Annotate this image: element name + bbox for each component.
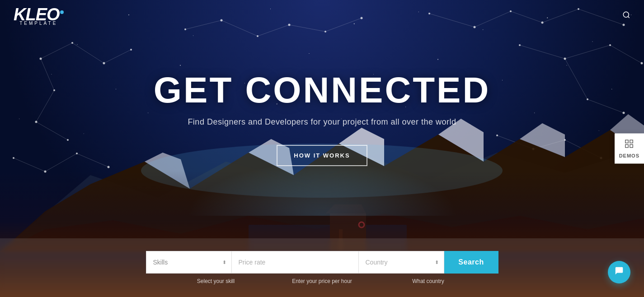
search-bar: Skills Country Search Select your skill … (0, 238, 644, 297)
svg-rect-80 (630, 144, 633, 147)
nav-search-icon[interactable] (622, 11, 630, 21)
demos-tab[interactable]: DEMOS (615, 134, 644, 164)
hero-title: GET CONNECTED (154, 72, 490, 108)
svg-rect-78 (630, 140, 633, 143)
search-labels: Select your skill Enter your price per h… (173, 278, 471, 284)
chat-button[interactable] (608, 261, 630, 283)
logo[interactable]: KLEO TEMPLATE (14, 6, 64, 26)
logo-tagline: TEMPLATE (14, 21, 64, 26)
hero-content: GET CONNECTED Find Designers and Develop… (0, 0, 644, 238)
how-it-works-button[interactable]: HOW IT WORKS (277, 145, 367, 166)
chat-icon (614, 266, 624, 278)
hero-subtitle: Find Designers and Developers for your p… (188, 117, 456, 127)
country-label: What country (385, 278, 471, 284)
skills-select[interactable]: Skills (146, 251, 232, 274)
skills-wrapper: Skills (146, 251, 232, 274)
skill-label: Select your skill (173, 278, 259, 284)
price-label: Enter your price per hour (259, 278, 385, 284)
country-select[interactable]: Country (358, 251, 444, 274)
svg-line-76 (628, 16, 629, 18)
svg-rect-79 (625, 144, 628, 147)
navbar: KLEO TEMPLATE (0, 0, 644, 32)
svg-rect-77 (625, 140, 628, 143)
demos-label: DEMOS (619, 153, 639, 158)
search-fields: Skills Country Search (146, 251, 498, 274)
price-input[interactable] (232, 251, 358, 274)
demos-icon (624, 139, 634, 151)
country-wrapper: Country (358, 251, 444, 274)
search-button[interactable]: Search (444, 251, 498, 274)
logo-dot (60, 10, 64, 14)
hero-section: KLEO TEMPLATE GET CONNECTED Find Designe… (0, 0, 644, 297)
svg-point-75 (623, 12, 629, 17)
